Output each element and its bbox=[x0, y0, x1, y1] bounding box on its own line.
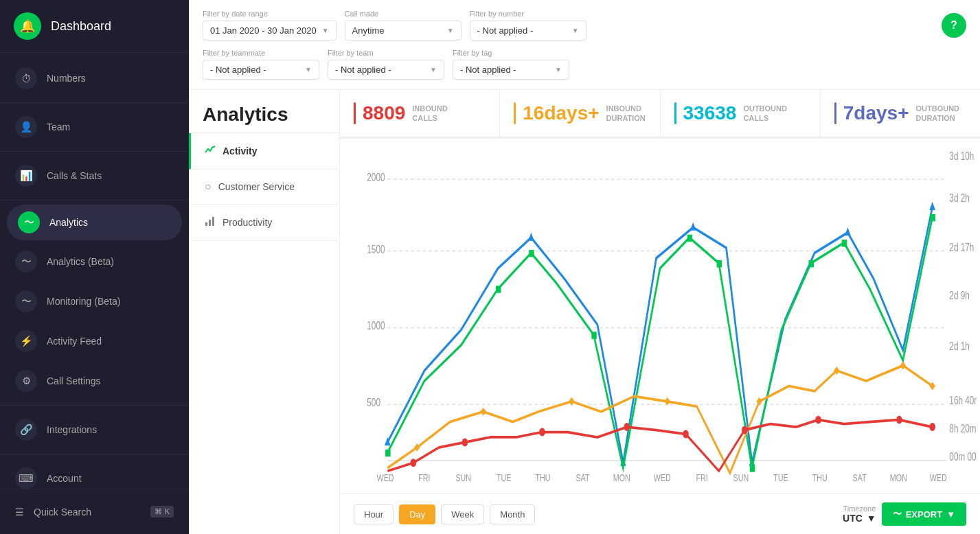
svg-text:3d 2h: 3d 2h bbox=[949, 191, 969, 204]
sidebar-item-monitoring[interactable]: 〜 Monitoring (Beta) bbox=[0, 281, 189, 321]
timezone-group: Timezone UTC ▼ bbox=[843, 504, 876, 524]
menu-item-productivity[interactable]: Productivity bbox=[189, 205, 339, 241]
svg-marker-24 bbox=[929, 202, 935, 210]
settings-icon: ⚙ bbox=[15, 370, 37, 392]
svg-marker-22 bbox=[690, 222, 696, 231]
svg-rect-36 bbox=[930, 214, 935, 221]
svg-rect-34 bbox=[809, 260, 814, 267]
inbound-calls-number: 8809 bbox=[363, 102, 405, 124]
hour-button[interactable]: Hour bbox=[354, 504, 394, 524]
sidebar-item-activity-feed[interactable]: ⚡ Activity Feed bbox=[0, 321, 189, 361]
stats-row: 8809 INBOUNDCALLS 16days+ INBOUNDDURATIO… bbox=[340, 90, 980, 139]
app-title: Dashboard bbox=[51, 19, 111, 34]
filter-call-made: Call made Anytime ▼ bbox=[345, 10, 461, 40]
clock-icon: ⏱ bbox=[15, 67, 37, 89]
svg-text:2d 17h: 2d 17h bbox=[949, 241, 974, 253]
tag-select[interactable]: - Not applied - ▼ bbox=[453, 60, 569, 80]
svg-text:1000: 1000 bbox=[367, 319, 385, 332]
menu-label-customer-service: Customer Service bbox=[218, 181, 295, 192]
sidebar-label-analytics: Analytics bbox=[49, 217, 88, 228]
filter-date-range: Filter by date range 01 Jan 2020 - 30 Ja… bbox=[203, 10, 337, 40]
svg-point-50 bbox=[683, 430, 689, 439]
sidebar: 🔔 Dashboard ⏱ Numbers 👤 Team 📊 Calls & S… bbox=[0, 0, 189, 534]
stat-inbound-calls: 8809 INBOUNDCALLS bbox=[340, 90, 500, 137]
chevron-down-icon-3: ▼ bbox=[572, 27, 579, 34]
nav-divider-4 bbox=[0, 405, 189, 406]
app-logo[interactable]: 🔔 bbox=[14, 12, 41, 40]
team-select[interactable]: - Not applied - ▼ bbox=[328, 60, 444, 80]
team-label: Filter by team bbox=[328, 49, 444, 57]
svg-rect-32 bbox=[717, 260, 722, 267]
svg-text:FRI: FRI bbox=[418, 472, 430, 483]
team-value: - Not applied - bbox=[335, 65, 391, 75]
call-made-value: Anytime bbox=[352, 25, 385, 36]
sidebar-item-integrations[interactable]: 🔗 Integrations bbox=[0, 410, 189, 450]
quick-search-label: Quick Search bbox=[34, 507, 91, 518]
productivity-icon bbox=[205, 216, 216, 229]
stat-inbound-duration: 16days+ INBOUNDDURATION bbox=[500, 90, 660, 137]
filter-number-select[interactable]: - Not applied - ▼ bbox=[470, 21, 586, 40]
date-range-select[interactable]: 01 Jan 2020 - 30 Jan 2020 ▼ bbox=[203, 21, 337, 40]
chart-controls: Hour Day Week Month Timezone UTC ▼ 〜 EXP… bbox=[340, 494, 980, 534]
filter-row-2: Filter by teammate - Not applied - ▼ Fil… bbox=[203, 49, 966, 80]
svg-text:2d 1h: 2d 1h bbox=[949, 340, 969, 352]
stat-divider-inbound bbox=[354, 102, 356, 124]
export-label: EXPORT bbox=[906, 509, 942, 520]
stats-icon: 📊 bbox=[15, 165, 37, 187]
menu-item-activity[interactable]: Activity bbox=[189, 133, 339, 170]
svg-text:THU: THU bbox=[536, 472, 551, 483]
filter-number: Filter by number - Not applied - ▼ bbox=[470, 10, 586, 40]
sidebar-nav: ⏱ Numbers 👤 Team 📊 Calls & Stats 〜 Analy… bbox=[0, 53, 189, 489]
timezone-select[interactable]: UTC ▼ bbox=[843, 513, 876, 524]
svg-marker-40 bbox=[569, 397, 575, 406]
sidebar-header: 🔔 Dashboard bbox=[0, 0, 189, 53]
month-button[interactable]: Month bbox=[490, 504, 535, 524]
call-made-select[interactable]: Anytime ▼ bbox=[345, 21, 461, 40]
svg-text:THU: THU bbox=[812, 472, 828, 483]
date-range-label: Filter by date range bbox=[203, 10, 337, 18]
week-button[interactable]: Week bbox=[441, 504, 484, 524]
teammate-label: Filter by teammate bbox=[203, 49, 319, 57]
chevron-down-icon-6: ▼ bbox=[555, 66, 562, 73]
nav-divider bbox=[0, 102, 189, 103]
search-icon: ☰ bbox=[15, 507, 24, 518]
sidebar-item-call-settings[interactable]: ⚙ Call Settings bbox=[0, 361, 189, 401]
svg-point-46 bbox=[411, 458, 417, 467]
nav-divider-5 bbox=[0, 454, 189, 454]
sidebar-label-activity: Activity Feed bbox=[47, 336, 102, 347]
svg-rect-27 bbox=[385, 450, 391, 456]
outbound-duration-label: OUTBOUNDDURATION bbox=[916, 104, 957, 124]
sidebar-label-monitoring: Monitoring (Beta) bbox=[47, 296, 120, 307]
svg-point-51 bbox=[742, 426, 748, 434]
timezone-label: Timezone bbox=[843, 504, 876, 513]
help-button[interactable]: ? bbox=[942, 13, 966, 38]
sidebar-item-team[interactable]: 👤 Team bbox=[0, 107, 189, 147]
sidebar-item-analytics[interactable]: 〜 Analytics bbox=[7, 205, 182, 240]
svg-point-49 bbox=[624, 423, 630, 431]
svg-text:TUE: TUE bbox=[497, 472, 512, 483]
quick-search[interactable]: ☰ Quick Search ⌘ K bbox=[0, 498, 189, 526]
sidebar-item-account[interactable]: ⌨ Account bbox=[0, 458, 189, 489]
svg-marker-21 bbox=[528, 233, 534, 241]
main-content: Filter by date range 01 Jan 2020 - 30 Ja… bbox=[189, 0, 980, 534]
svg-marker-39 bbox=[480, 408, 486, 416]
svg-rect-2 bbox=[212, 217, 214, 226]
filter-row-1: Filter by date range 01 Jan 2020 - 30 Ja… bbox=[203, 10, 966, 40]
export-button[interactable]: 〜 EXPORT ▼ bbox=[882, 502, 966, 526]
export-chart-icon: 〜 bbox=[893, 508, 902, 520]
sidebar-item-calls-stats[interactable]: 📊 Calls & Stats bbox=[0, 156, 189, 196]
svg-text:16h 40m: 16h 40m bbox=[949, 394, 977, 406]
chart-container: 2000 1500 1000 500 3d 10h 3d 2h 2d 17h 2… bbox=[340, 139, 980, 494]
date-range-value: 01 Jan 2020 - 30 Jan 2020 bbox=[210, 25, 317, 36]
inbound-duration-number: 16days+ bbox=[523, 102, 599, 124]
day-button[interactable]: Day bbox=[399, 504, 435, 524]
teammate-select[interactable]: - Not applied - ▼ bbox=[203, 60, 319, 80]
timezone-chevron-icon: ▼ bbox=[867, 513, 876, 524]
tag-value: - Not applied - bbox=[460, 65, 516, 75]
analytics-icon: 〜 bbox=[18, 211, 40, 233]
analytics-body: Analytics Activity ○ Customer Service bbox=[189, 90, 980, 534]
filter-number-value: - Not applied - bbox=[477, 25, 534, 36]
sidebar-item-numbers[interactable]: ⏱ Numbers bbox=[0, 58, 189, 98]
menu-item-customer-service[interactable]: ○ Customer Service bbox=[189, 170, 339, 205]
sidebar-item-analytics-beta[interactable]: 〜 Analytics (Beta) bbox=[0, 242, 189, 281]
